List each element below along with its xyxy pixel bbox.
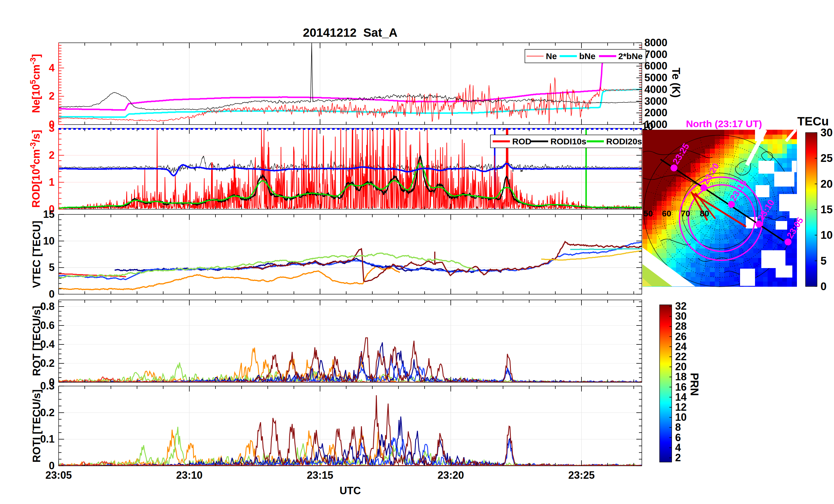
svg-text:25: 25: [820, 152, 833, 164]
svg-text:4000: 4000: [644, 84, 667, 95]
svg-text:28: 28: [675, 320, 687, 332]
svg-text:10: 10: [43, 235, 54, 247]
svg-text:RODI20s: RODI20s: [606, 137, 642, 146]
svg-text:3: 3: [49, 122, 54, 134]
svg-text:20141212 Sat_A: 20141212 Sat_A: [303, 26, 397, 39]
svg-text:16: 16: [675, 381, 687, 393]
svg-text:20: 20: [820, 178, 833, 190]
svg-text:2*bNe: 2*bNe: [618, 51, 643, 61]
svg-text:23:15: 23:15: [307, 469, 333, 481]
svg-text:50: 50: [643, 209, 653, 218]
svg-text:23:25: 23:25: [568, 469, 595, 481]
svg-text:30: 30: [675, 310, 687, 322]
svg-text:6: 6: [675, 432, 681, 443]
svg-text:North (23:17 UT): North (23:17 UT): [686, 118, 762, 129]
svg-text:PRN: PRN: [688, 373, 700, 396]
svg-text:0: 0: [820, 280, 827, 293]
svg-text:0: 0: [49, 288, 54, 300]
svg-text:8: 8: [675, 421, 681, 433]
svg-text:4: 4: [675, 442, 681, 454]
svg-text:2: 2: [49, 149, 54, 161]
svg-text:22: 22: [675, 351, 687, 363]
svg-text:23:20: 23:20: [438, 469, 464, 481]
svg-text:1: 1: [49, 176, 54, 188]
svg-text:12: 12: [675, 401, 687, 413]
svg-text:TECu: TECu: [797, 115, 829, 128]
svg-text:10: 10: [675, 411, 687, 423]
svg-text:4: 4: [49, 62, 54, 74]
svg-text:VTEC [TECU]: VTEC [TECU]: [31, 221, 43, 288]
svg-text:bNe: bNe: [579, 51, 596, 61]
svg-text:80: 80: [700, 209, 709, 218]
svg-text:2: 2: [49, 90, 54, 102]
svg-text:32: 32: [675, 300, 687, 312]
svg-text:Te (K): Te (K): [670, 68, 682, 98]
svg-text:24: 24: [675, 341, 687, 352]
svg-text:2000: 2000: [644, 107, 667, 118]
svg-text:18: 18: [675, 371, 687, 383]
svg-text:15: 15: [820, 204, 833, 215]
svg-text:10: 10: [642, 120, 653, 132]
svg-text:ROT [TECU/s]: ROT [TECU/s]: [31, 306, 43, 376]
svg-text:5000: 5000: [644, 72, 667, 84]
svg-text:20: 20: [675, 361, 687, 372]
svg-text:5: 5: [49, 261, 54, 273]
svg-text:15: 15: [43, 208, 54, 220]
svg-text:10: 10: [820, 229, 833, 241]
svg-text:ROTI [TECU/s]: ROTI [TECU/s]: [31, 389, 43, 463]
svg-text:6000: 6000: [644, 60, 667, 72]
svg-text:8000: 8000: [644, 37, 667, 48]
svg-text:5: 5: [820, 255, 827, 267]
svg-text:RODI10s: RODI10s: [550, 137, 586, 146]
svg-text:60: 60: [662, 209, 671, 218]
svg-text:14: 14: [675, 391, 687, 403]
svg-text:ROD: ROD: [512, 137, 531, 146]
svg-text:UTC: UTC: [339, 485, 361, 497]
svg-text:23:05: 23:05: [45, 469, 72, 481]
svg-text:70: 70: [681, 209, 690, 218]
svg-text:3000: 3000: [644, 95, 667, 107]
svg-text:26: 26: [675, 330, 687, 342]
svg-text:23:10: 23:10: [176, 469, 202, 481]
svg-text:Ne: Ne: [546, 51, 557, 61]
svg-text:2: 2: [675, 452, 681, 463]
svg-text:30: 30: [820, 127, 833, 139]
svg-text:7000: 7000: [644, 48, 667, 60]
